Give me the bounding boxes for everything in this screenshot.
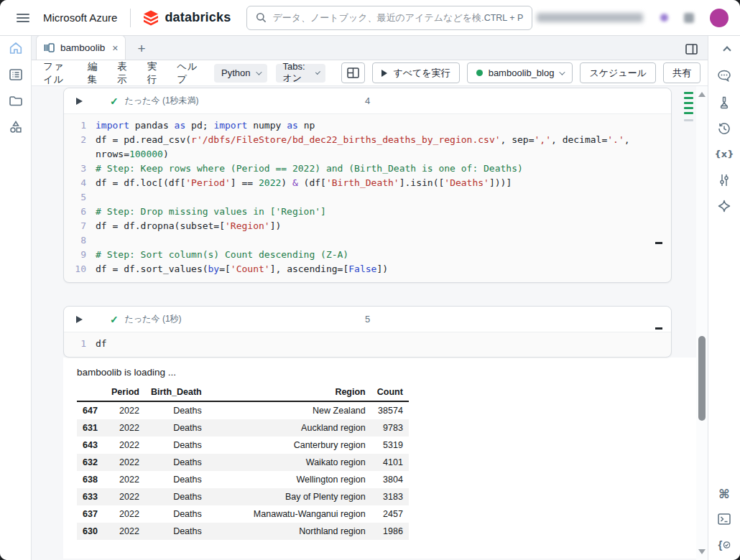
cell-header: ✓ たった今 (1秒未満) 4 — [64, 88, 671, 114]
table-cell: Northland region — [208, 523, 371, 540]
table-cell: New Zealand — [208, 401, 371, 419]
menu-edit[interactable]: 編集 — [88, 60, 101, 86]
databricks-logo[interactable]: databricks — [142, 9, 231, 27]
right-sidebar: {x} ⌘ { — [708, 36, 740, 560]
menu-help[interactable]: ヘルプ — [177, 60, 198, 86]
cluster-status-dot — [476, 70, 483, 76]
table-cell: Deaths — [145, 523, 208, 540]
cell-run-status: たった今 (1秒) — [125, 313, 182, 325]
collapse-panel-icon[interactable] — [723, 46, 731, 54]
scroll-down-arrow[interactable] — [698, 549, 706, 554]
table-row: 6382022DeathsWellington region3804 — [77, 471, 409, 488]
run-cell-button[interactable] — [76, 98, 83, 105]
table-cell: 632 — [77, 454, 106, 471]
table-cell: 2457 — [371, 505, 409, 523]
cell-number: 5 — [365, 314, 370, 325]
split-view-icon[interactable] — [685, 44, 698, 55]
notebook-canvas: ✓ たった今 (1秒未満) 4 1import pandas as pd; im… — [32, 86, 696, 560]
success-check-icon: ✓ — [110, 95, 119, 107]
column-header — [77, 384, 106, 401]
code-line[interactable]: 5 — [64, 190, 671, 205]
menu-file[interactable]: ファイル — [43, 60, 72, 86]
scroll-up-arrow[interactable] — [698, 92, 706, 97]
code-line[interactable]: 8 — [64, 233, 671, 248]
tab-bamboolib[interactable]: bamboolib × — [36, 35, 126, 60]
command-palette-icon[interactable]: ⌘ — [718, 487, 730, 501]
cluster-name: bamboolib_blog — [489, 67, 555, 78]
table-cell: 2022 — [106, 505, 145, 523]
table-cell: 9783 — [371, 419, 409, 437]
table-cell: Deaths — [145, 454, 208, 471]
bamboolib-loading-text: bamboolib is loading ... — [77, 367, 696, 378]
table-cell: 4101 — [371, 454, 409, 471]
version-history-icon[interactable] — [718, 122, 731, 135]
assistant-sparkle-icon[interactable] — [718, 200, 731, 213]
tab-close-icon[interactable]: × — [112, 43, 118, 53]
vertical-scrollbar — [696, 86, 708, 560]
menu-view[interactable]: 表示 — [117, 60, 131, 86]
run-all-button[interactable]: すべてを実行 — [372, 62, 459, 83]
code-line[interactable]: 3# Step: Keep rows where (Period == 2022… — [64, 162, 671, 176]
table-cell: 643 — [77, 437, 106, 454]
new-tab-button[interactable]: + — [137, 42, 145, 55]
variables-icon[interactable]: {x} — [715, 149, 734, 159]
cluster-selector[interactable]: bamboolib_blog — [467, 62, 573, 83]
code-line[interactable]: 2df = pd.read_csv(r'/dbfs/FileStore/bd_d… — [64, 133, 671, 147]
global-search[interactable]: CTRL + P — [246, 6, 532, 30]
code-editor[interactable]: 1import pandas as pd; import numpy as np… — [64, 114, 671, 282]
schedule-button[interactable]: スケジュール — [580, 62, 656, 83]
folder-icon[interactable] — [9, 95, 22, 106]
cell-resize-handle[interactable] — [655, 242, 662, 244]
table-cell: 2022 — [106, 454, 145, 471]
format-code-icon[interactable]: { — [718, 538, 731, 551]
status-dot-icon[interactable] — [660, 14, 668, 22]
center-area: bamboolib × + ファイル 編集 表示 実行 ヘルプ Python — [32, 36, 708, 560]
comments-icon[interactable] — [718, 70, 731, 82]
success-check-icon: ✓ — [110, 314, 119, 325]
table-row: 6432022DeathsCanterbury region5319 — [77, 437, 409, 454]
table-cell: Deaths — [145, 401, 208, 419]
code-line[interactable]: 4df = df.loc[(df['Period'] == 2022) & (d… — [64, 176, 671, 190]
notebooks-icon[interactable] — [9, 69, 22, 80]
code-line[interactable]: 6# Step: Drop missing values in ['Region… — [64, 205, 671, 219]
code-line[interactable]: 7df = df.dropna(subset=['Region']) — [64, 219, 671, 233]
experiments-flask-icon[interactable] — [718, 96, 731, 109]
table-cell: 2022 — [106, 471, 145, 488]
table-cell: 2022 — [106, 419, 145, 437]
language-selector[interactable]: Python — [214, 64, 267, 83]
search-input[interactable] — [272, 12, 484, 23]
code-editor[interactable]: 1df — [64, 332, 671, 357]
line-number: 5 — [64, 190, 96, 205]
line-number: 6 — [64, 205, 96, 219]
menu-run[interactable]: 実行 — [147, 60, 161, 86]
cell-output: bamboolib is loading ... PeriodBirth_Dea… — [63, 358, 696, 559]
code-line[interactable]: 1import pandas as pd; import numpy as np — [64, 118, 671, 133]
cell-resize-handle[interactable] — [655, 327, 662, 330]
code-minimap[interactable] — [684, 92, 694, 124]
apps-icon[interactable] — [684, 13, 694, 23]
topbar-right — [537, 9, 729, 27]
user-avatar[interactable] — [710, 9, 729, 27]
scrollbar-thumb[interactable] — [698, 336, 706, 421]
settings-sliders-icon[interactable] — [719, 174, 729, 187]
code-line[interactable]: 1df — [64, 337, 671, 351]
table-row: 6332022DeathsBay of Plenty region3183 — [77, 488, 409, 505]
code-line[interactable]: nrows=100000) — [64, 147, 671, 162]
code-line[interactable]: 9# Step: Sort column(s) Count descending… — [64, 248, 671, 262]
app-window: Microsoft Azure databricks CTRL + P — [0, 0, 740, 560]
workspace-name-redacted[interactable] — [537, 13, 643, 22]
workflows-icon[interactable] — [9, 121, 22, 134]
tabs-toggle[interactable]: Tabs: オン — [276, 64, 326, 83]
share-button[interactable]: 共有 — [663, 62, 700, 83]
hamburger-menu-icon[interactable] — [17, 14, 29, 22]
layout-button[interactable] — [341, 62, 365, 83]
table-cell: 2022 — [106, 523, 145, 540]
table-cell: Deaths — [145, 419, 208, 437]
home-icon[interactable] — [9, 42, 22, 55]
code-line[interactable]: 10df = df.sort_values(by=['Count'], asce… — [64, 262, 671, 276]
table-row: 6302022DeathsNorthland region1986 — [77, 523, 409, 540]
cell-header: ✓ たった今 (1秒) 5 — [64, 307, 671, 332]
run-cell-button[interactable] — [76, 316, 83, 323]
terminal-icon[interactable] — [718, 513, 731, 525]
table-cell: Wellington region — [208, 471, 371, 488]
